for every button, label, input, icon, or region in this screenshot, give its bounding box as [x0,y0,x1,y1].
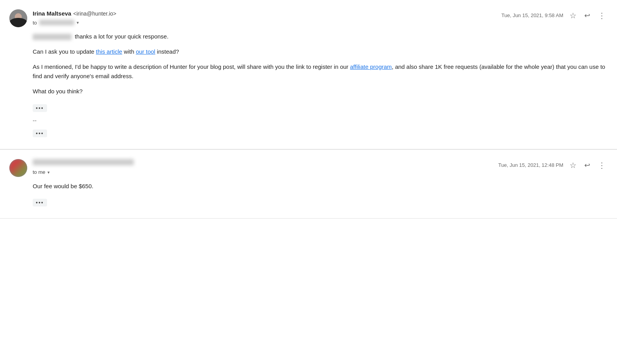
this-article-link[interactable]: this article [96,48,123,55]
sender-info-1: Irina Maltseva <irina@hunter.io> to ▾ [9,9,116,27]
message-header-1: Irina Maltseva <irina@hunter.io> to ▾ Tu… [9,9,608,27]
blurred-recipient-name [33,34,72,40]
dropdown-arrow-2[interactable]: ▾ [47,169,50,176]
email-container: Irina Maltseva <irina@hunter.io> to ▾ Tu… [0,0,617,219]
affiliate-program-link[interactable]: affiliate program [350,63,392,70]
header-actions-1: Tue, Jun 15, 2021, 9:58 AM ☆ ↩ ⋮ [501,9,608,22]
our-tool-link[interactable]: our tool [136,48,155,55]
recipient-row-1: to ▾ [33,19,116,27]
expand-button-2[interactable]: ••• [33,199,47,206]
star-button-1[interactable]: ☆ [568,9,578,22]
avatar-1 [9,9,27,27]
email-message-1: Irina Maltseva <irina@hunter.io> to ▾ Tu… [0,0,617,149]
sender-name-1: Irina Maltseva [33,9,71,18]
sender-email-1: <irina@hunter.io> [73,10,116,18]
recipient-label-1: to [33,19,37,27]
sender-name-blurred-2 [33,159,134,165]
sender-details-1: Irina Maltseva <irina@hunter.io> to ▾ [33,9,116,26]
sender-details-2: to me ▾ [33,159,134,176]
more-button-2[interactable]: ⋮ [596,159,608,172]
more-button-1[interactable]: ⋮ [596,9,608,22]
dropdown-arrow-1[interactable]: ▾ [77,19,79,26]
timestamp-1: Tue, Jun 15, 2021, 9:58 AM [501,12,563,19]
body-greeting: thanks a lot for your quick response. [33,32,608,42]
header-actions-2: Tue, Jun 15, 2021, 12:48 PM ☆ ↩ ⋮ [498,159,608,172]
timestamp-2: Tue, Jun 15, 2021, 12:48 PM [498,161,563,169]
body-paragraph-3: What do you think? [33,87,608,96]
reply-button-2[interactable]: ↩ [583,159,592,171]
body-fee: Our fee would be $650. [33,182,608,191]
message-body-2: Our fee would be $650. ••• [33,182,608,209]
reply-button-1[interactable]: ↩ [583,10,592,21]
expand-button-1b[interactable]: ••• [33,130,47,137]
avatar-2 [9,159,27,177]
email-message-2: to me ▾ Tue, Jun 15, 2021, 12:48 PM ☆ ↩ … [0,150,617,219]
recipient-row-2: to me ▾ [33,168,134,176]
star-button-2[interactable]: ☆ [568,159,578,172]
separator-1: -- [33,116,608,126]
expand-button-1a[interactable]: ••• [33,104,47,112]
to-me-label: to me [33,168,46,176]
message-body-1: thanks a lot for your quick response. Ca… [33,32,608,140]
recipient-name-blurred-1 [39,20,74,25]
body-paragraph-2: As I mentioned, I'd be happy to write a … [33,62,608,82]
message-header-2: to me ▾ Tue, Jun 15, 2021, 12:48 PM ☆ ↩ … [9,159,608,177]
body-paragraph-1: Can I ask you to update this article wit… [33,47,608,57]
sender-info-2: to me ▾ [9,159,134,177]
